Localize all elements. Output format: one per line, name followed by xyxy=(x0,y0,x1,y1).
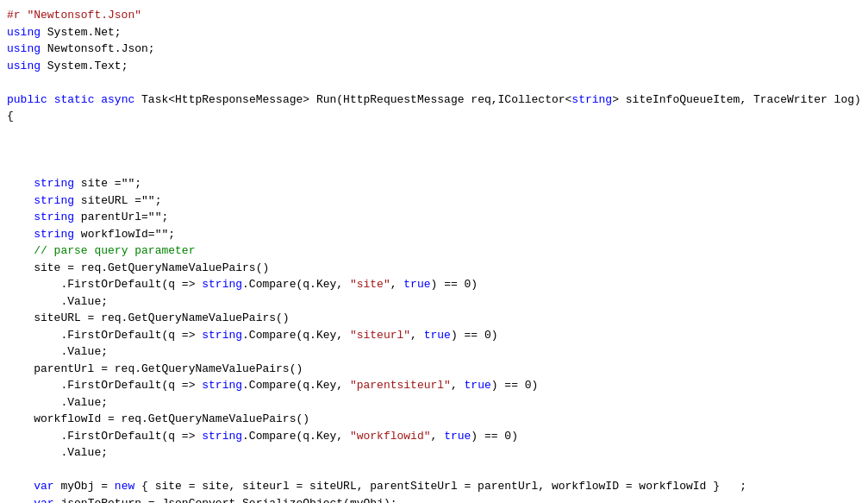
code-token-keyword: using xyxy=(7,60,41,72)
code-token-keyword: public xyxy=(7,93,47,106)
code-token-keyword: async xyxy=(101,93,134,106)
code-token-plain: .Compare(q.Key, xyxy=(242,379,350,392)
code-editor: #r "Newtonsoft.Json"using System.Net;usi… xyxy=(0,0,868,503)
code-token-plain: .Value; xyxy=(7,446,108,459)
code-line: site = req.GetQueryNameValuePairs() xyxy=(0,260,868,277)
code-line xyxy=(0,125,868,142)
code-token-plain: .Value; xyxy=(7,295,108,308)
code-token-plain xyxy=(7,497,34,504)
code-token-plain: System.Text; xyxy=(41,60,128,72)
code-token-plain: ) == 0) xyxy=(491,379,539,392)
code-token-keyword: string xyxy=(202,278,242,291)
code-line: using System.Net; xyxy=(0,24,868,41)
code-line: parentUrl = req.GetQueryNameValuePairs() xyxy=(0,361,868,378)
code-token-plain: Newtonsoft.Json; xyxy=(41,42,155,55)
code-line: .FirstOrDefault(q => string.Compare(q.Ke… xyxy=(0,428,868,445)
code-token-plain: site =""; xyxy=(74,177,141,190)
code-token-plain: siteURL = req.GetQueryNameValuePairs() xyxy=(7,311,290,324)
code-line: public static async Task<HttpResponseMes… xyxy=(0,91,868,109)
code-token-plain: myObj = xyxy=(54,480,115,493)
code-token-keyword: static xyxy=(54,93,95,106)
code-token-plain: > siteInfoQueueItem, TraceWriter log) xyxy=(612,93,861,106)
code-line: using System.Text; xyxy=(0,58,868,75)
code-token-plain: workflowId=""; xyxy=(74,228,175,241)
code-token-keyword: string xyxy=(202,329,242,342)
code-token-keyword: string xyxy=(202,379,242,392)
code-line xyxy=(0,74,868,91)
code-token-plain: .Value; xyxy=(7,345,108,358)
code-token-plain xyxy=(7,228,34,241)
code-token-comment: // parse query parameter xyxy=(34,244,195,257)
code-line: { xyxy=(0,108,868,125)
code-token-string: "workflowid" xyxy=(350,430,431,443)
code-line xyxy=(0,141,868,159)
code-line: // parse query parameter xyxy=(0,242,868,260)
code-token-plain: , xyxy=(431,430,445,443)
code-token-plain: jsonToReturn = JsonConvert.SerializeObje… xyxy=(54,497,397,504)
code-token-plain: .FirstOrDefault(q => xyxy=(7,278,202,291)
code-token-plain: , xyxy=(410,329,424,342)
code-token-keyword: string xyxy=(34,211,74,223)
code-line: .Value; xyxy=(0,444,868,462)
code-token-keyword: true xyxy=(465,379,491,392)
code-token-keyword: string xyxy=(34,228,74,241)
code-token-keyword: true xyxy=(424,329,451,342)
code-token-preprocessor: #r "Newtonsoft.Json" xyxy=(7,9,141,22)
code-line: .FirstOrDefault(q => string.Compare(q.Ke… xyxy=(0,377,868,394)
code-token-plain: siteURL =""; xyxy=(74,194,161,207)
code-line: .FirstOrDefault(q => string.Compare(q.Ke… xyxy=(0,276,868,293)
code-token-plain: , xyxy=(390,278,404,291)
code-token-plain: Task<HttpResponseMessage> Run(HttpReques… xyxy=(134,93,571,106)
code-line: .Value; xyxy=(0,293,868,311)
code-line xyxy=(0,462,868,479)
code-token-plain: .Compare(q.Key, xyxy=(242,329,350,342)
code-line: workflowId = req.GetQueryNameValuePairs(… xyxy=(0,411,868,428)
code-line: string workflowId=""; xyxy=(0,226,868,243)
code-line: string siteURL =""; xyxy=(0,192,868,210)
code-token-plain: .FirstOrDefault(q => xyxy=(7,329,202,342)
code-token-plain xyxy=(7,177,34,190)
code-token-plain: parentUrl=""; xyxy=(74,211,168,223)
code-token-plain: workflowId = req.GetQueryNameValuePairs(… xyxy=(7,412,309,425)
code-token-keyword: string xyxy=(34,194,74,207)
code-line: using Newtonsoft.Json; xyxy=(0,41,868,58)
code-token-plain xyxy=(7,244,34,257)
code-token-keyword: var xyxy=(34,497,53,504)
code-token-keyword: var xyxy=(34,480,53,493)
code-token-plain xyxy=(47,93,54,106)
code-token-plain: ) == 0) xyxy=(471,430,518,443)
code-token-plain: .FirstOrDefault(q => xyxy=(7,430,202,443)
code-token-plain: .Compare(q.Key, xyxy=(242,430,350,443)
code-token-string: "site" xyxy=(350,278,390,291)
code-line: string parentUrl=""; xyxy=(0,209,868,226)
code-token-plain: , xyxy=(451,379,465,392)
code-token-keyword: using xyxy=(7,42,41,55)
code-token-plain: ) == 0) xyxy=(451,329,498,342)
code-token-plain: .Value; xyxy=(7,396,108,409)
code-token-plain xyxy=(7,211,34,223)
code-token-plain xyxy=(7,194,34,207)
code-token-plain: ) == 0) xyxy=(431,278,478,291)
code-token-string: "parentsiteurl" xyxy=(350,379,451,392)
code-token-plain xyxy=(7,480,34,493)
code-token-plain: parentUrl = req.GetQueryNameValuePairs() xyxy=(7,362,303,375)
code-token-keyword: true xyxy=(403,278,430,291)
code-line: #r "Newtonsoft.Json" xyxy=(0,7,868,24)
code-line: string site =""; xyxy=(0,175,868,192)
code-line: .FirstOrDefault(q => string.Compare(q.Ke… xyxy=(0,327,868,344)
code-token-keyword: true xyxy=(444,430,471,443)
code-token-string: "siteurl" xyxy=(350,329,410,342)
code-token-keyword: string xyxy=(571,93,612,106)
code-line xyxy=(0,159,868,176)
code-line: .Value; xyxy=(0,394,868,412)
code-token-plain: { site = site, siteurl = siteURL, parent… xyxy=(134,480,746,493)
code-token-plain: site = req.GetQueryNameValuePairs() xyxy=(7,261,269,274)
code-token-keyword: string xyxy=(202,430,242,443)
code-token-plain: { xyxy=(7,110,14,123)
code-token-plain: .FirstOrDefault(q => xyxy=(7,379,202,392)
code-token-keyword: new xyxy=(115,480,134,493)
code-line: var jsonToReturn = JsonConvert.Serialize… xyxy=(0,495,868,504)
code-token-keyword: using xyxy=(7,26,41,39)
code-token-plain: System.Net; xyxy=(41,26,122,39)
code-token-keyword: string xyxy=(34,177,74,190)
